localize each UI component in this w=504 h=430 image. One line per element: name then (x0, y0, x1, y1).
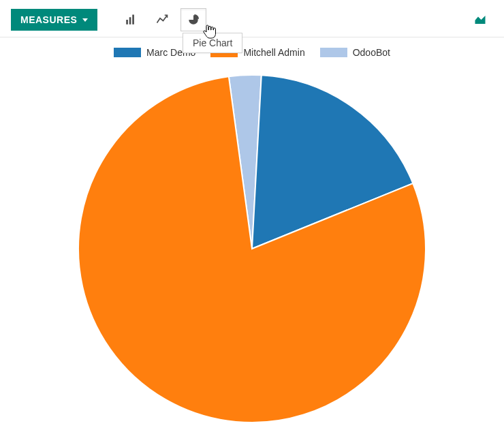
pie-chart-icon (187, 14, 200, 26)
bar-chart-button[interactable] (118, 8, 144, 31)
svg-rect-0 (127, 20, 129, 25)
pie-chart (75, 72, 429, 426)
caret-down-icon (82, 18, 88, 22)
legend-swatch (320, 48, 347, 57)
legend-item[interactable]: OdooBot (320, 47, 390, 58)
line-chart-icon (156, 14, 168, 26)
tooltip: Pie Chart (183, 33, 242, 53)
legend-label: OdooBot (353, 47, 390, 58)
area-chart-button[interactable] (467, 8, 493, 31)
svg-rect-1 (129, 17, 131, 25)
tooltip-text: Pie Chart (193, 37, 232, 48)
svg-rect-2 (133, 15, 135, 25)
legend: Marc Demo Mitchell Admin OdooBot (0, 37, 504, 65)
measures-button[interactable]: MEASURES (11, 9, 97, 31)
area-chart-icon (474, 14, 486, 26)
legend-label: Mitchell Admin (243, 47, 304, 58)
pie-chart-button[interactable] (180, 8, 206, 31)
chart-area (0, 65, 504, 426)
toolbar: MEASURES Pie Chart (0, 0, 504, 37)
bar-chart-icon (125, 14, 137, 26)
legend-swatch (114, 48, 141, 57)
measures-label: MEASURES (20, 14, 77, 25)
line-chart-button[interactable] (149, 8, 175, 31)
